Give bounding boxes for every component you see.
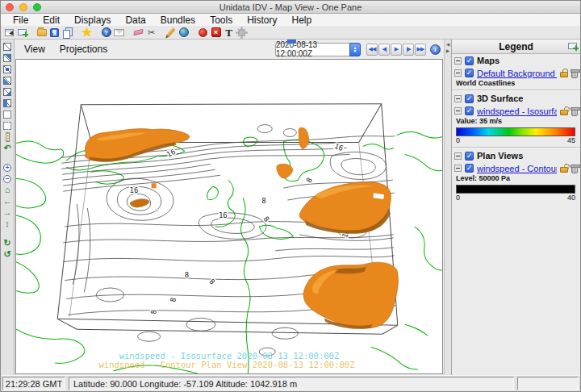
rotate-box-icon-4[interactable] bbox=[2, 75, 14, 85]
collapse-left-icon[interactable]: ◀ bbox=[446, 42, 450, 47]
status-bar: 21:29:28 GMT Latitude: 90.000 Longitude:… bbox=[1, 375, 580, 391]
close-window-button[interactable] bbox=[6, 3, 14, 11]
menu-displays[interactable]: Displays bbox=[67, 15, 118, 26]
step-back-button[interactable]: ◀| bbox=[378, 44, 390, 56]
menu-bar: File Edit Displays Data Bundles Tools Hi… bbox=[1, 14, 580, 26]
zoom-in-icon[interactable]: + bbox=[2, 162, 14, 173]
surface-checkbox[interactable] bbox=[465, 94, 474, 103]
collapse-icon[interactable] bbox=[454, 152, 462, 160]
isosurface-fragment bbox=[152, 183, 157, 188]
rotate-ccw-icon[interactable]: ↺ bbox=[2, 249, 14, 260]
menu-bundles[interactable]: Bundles bbox=[153, 15, 203, 26]
float-legend-icon[interactable] bbox=[568, 43, 577, 49]
contour-checkbox[interactable] bbox=[465, 164, 474, 173]
go-to-end-button[interactable]: ▶▶ bbox=[415, 44, 426, 56]
menu-file[interactable]: File bbox=[6, 15, 36, 26]
collapse-icon[interactable] bbox=[454, 95, 462, 102]
legend-header: Legend bbox=[452, 40, 580, 54]
collapse-icon[interactable] bbox=[454, 107, 462, 115]
help-icon[interactable]: ? bbox=[100, 26, 112, 39]
time-stepper[interactable]: ▲▼ bbox=[349, 43, 361, 56]
clock-display: 21:29:28 GMT bbox=[2, 377, 65, 390]
menu-help[interactable]: Help bbox=[284, 15, 319, 26]
pan-right-icon[interactable]: → bbox=[2, 207, 14, 218]
time-animation-controls: ◀◀ ◀| ▶ |▶ ▶▶ bbox=[366, 44, 426, 56]
record-movie-icon[interactable] bbox=[197, 26, 209, 39]
isosurface-colorbar[interactable] bbox=[456, 127, 575, 136]
lock-icon[interactable] bbox=[560, 72, 568, 77]
lock-icon[interactable] bbox=[560, 167, 568, 173]
trash-icon[interactable] bbox=[571, 109, 578, 116]
delete-displays-icon[interactable]: × bbox=[210, 26, 222, 39]
lock-icon[interactable] bbox=[560, 110, 568, 115]
svg-text:8: 8 bbox=[305, 177, 314, 185]
rotate-box-icon-5[interactable] bbox=[2, 86, 14, 97]
eraser-icon[interactable] bbox=[132, 26, 144, 39]
save-icon[interactable] bbox=[48, 26, 61, 39]
rotate-box-icon-6[interactable] bbox=[2, 98, 14, 108]
select-region-icon[interactable] bbox=[2, 120, 14, 131]
isosurface-checkbox[interactable] bbox=[465, 106, 474, 115]
plan-views-checkbox[interactable] bbox=[465, 152, 474, 161]
pencil-icon[interactable] bbox=[165, 26, 177, 39]
menu-tools[interactable]: Tools bbox=[203, 15, 240, 26]
globe-icon[interactable] bbox=[178, 26, 190, 39]
isosurface-colorbar-ticks: 0 45 bbox=[452, 136, 580, 146]
go-to-start-button[interactable]: ◀◀ bbox=[366, 44, 378, 56]
maps-checkbox[interactable] bbox=[465, 56, 474, 65]
rotate-cw-icon[interactable]: ↻ bbox=[2, 238, 14, 248]
home-view-icon[interactable]: ⌂ bbox=[2, 185, 14, 195]
play-button[interactable]: ▶ bbox=[391, 44, 402, 56]
rotate-box-icon-1[interactable] bbox=[2, 41, 14, 52]
step-forward-button[interactable]: |▶ bbox=[403, 44, 414, 56]
cut-icon[interactable]: ✂ bbox=[145, 26, 157, 39]
window-title: Unidata IDV - Map View - One Pane bbox=[219, 2, 362, 12]
pan-vertical-icon[interactable]: ↕ bbox=[2, 219, 14, 229]
menu-edit[interactable]: Edit bbox=[36, 15, 67, 26]
contour-colorbar[interactable] bbox=[456, 185, 575, 194]
text-tool-icon[interactable]: T bbox=[223, 26, 235, 39]
trash-icon[interactable] bbox=[571, 166, 578, 173]
legend-category-plan-views: Plan Views bbox=[452, 149, 580, 161]
legend-splitter[interactable]: ◀ ▶ bbox=[444, 40, 451, 375]
animation-properties-icon[interactable]: i bbox=[430, 44, 441, 55]
menu-data[interactable]: Data bbox=[118, 15, 153, 26]
zoom-out-icon[interactable]: − bbox=[2, 173, 14, 184]
menu-history[interactable]: History bbox=[240, 15, 284, 26]
collapse-right-icon[interactable]: ▶ bbox=[446, 48, 450, 53]
isosurface-link[interactable]: windspeed - Isosurface bbox=[477, 106, 557, 116]
svg-text:8: 8 bbox=[149, 310, 157, 315]
open-file-icon[interactable] bbox=[36, 26, 48, 39]
support-request-icon[interactable] bbox=[113, 26, 125, 39]
collapse-icon[interactable] bbox=[454, 57, 462, 65]
svg-text:16: 16 bbox=[333, 142, 345, 152]
rotate-box-icon-2[interactable] bbox=[2, 52, 14, 63]
contour-link[interactable]: windspeed - Contour Pl... bbox=[477, 164, 557, 173]
show-dashboard-icon[interactable] bbox=[3, 26, 15, 39]
menu-projections[interactable]: Projections bbox=[60, 44, 107, 55]
cursor-position-readout: Latitude: 90.000 Longitude: -57.109 Alti… bbox=[69, 377, 514, 390]
collapse-icon[interactable] bbox=[454, 165, 462, 172]
map-3d-canvas[interactable]: 24 16 16 16 16 8 8 8 16 8 8 8 8 bbox=[15, 59, 443, 374]
undo-view-icon[interactable]: ↶ bbox=[2, 143, 14, 153]
vertical-scale-icon[interactable] bbox=[2, 131, 14, 142]
background-maps-checkbox[interactable] bbox=[465, 69, 474, 77]
pan-left-icon[interactable]: ← bbox=[2, 196, 14, 206]
minimize-window-button[interactable] bbox=[19, 3, 27, 11]
reset-box-icon[interactable] bbox=[2, 109, 14, 119]
legend-item-windspeed-isosurface: windspeed - Isosurface bbox=[452, 104, 580, 117]
zoom-window-button[interactable] bbox=[33, 3, 41, 11]
legend-item-windspeed-contour: windspeed - Contour Pl... bbox=[452, 161, 580, 174]
preferences-gear-icon[interactable] bbox=[236, 26, 248, 39]
trash-icon[interactable] bbox=[571, 71, 578, 78]
rotate-box-icon-3[interactable] bbox=[2, 64, 14, 74]
svg-text:16: 16 bbox=[130, 186, 139, 194]
time-selector[interactable]: 2020-08-13 12:00:00Z ▲▼ bbox=[275, 43, 361, 56]
collapse-icon[interactable] bbox=[454, 69, 462, 77]
new-view-window-icon[interactable] bbox=[16, 26, 28, 39]
background-maps-link[interactable]: Default Background Maps bbox=[477, 69, 557, 78]
favorites-star-icon[interactable] bbox=[81, 26, 93, 39]
menu-view[interactable]: View bbox=[24, 44, 45, 55]
save-as-icon[interactable] bbox=[61, 26, 73, 39]
time-slider-indicator[interactable] bbox=[287, 40, 296, 44]
